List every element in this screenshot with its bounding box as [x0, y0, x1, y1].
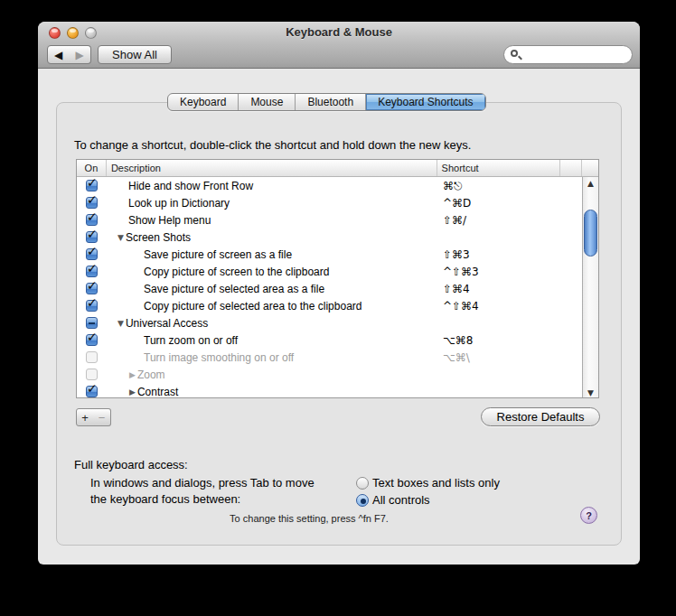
- row-checkbox[interactable]: ✓: [86, 283, 98, 294]
- radio-button[interactable]: [356, 494, 369, 507]
- shortcut-cell[interactable]: ⇧⌘/: [438, 214, 562, 227]
- full-keyboard-access-label: Full keyboard access:: [74, 458, 188, 471]
- table-header: On Description Shortcut: [77, 160, 598, 177]
- row-checkbox[interactable]: [86, 317, 98, 329]
- table-row[interactable]: ✓Save picture of selected area as a file…: [77, 280, 584, 297]
- checkmark-icon: ✓: [87, 381, 98, 396]
- tab-bar: KeyboardMouseBluetoothKeyboard Shortcuts: [167, 93, 486, 111]
- table-row[interactable]: ✓Look up in Dictionary^⌘D: [77, 194, 584, 211]
- row-label: Save picture of selected area as a file: [144, 283, 324, 295]
- row-label: Copy picture of screen to the clipboard: [144, 266, 329, 278]
- disclosure-triangle-icon[interactable]: ▼: [117, 233, 124, 242]
- row-checkbox[interactable]: [86, 369, 98, 380]
- title-bar: Keyboard & Mouse ◀ ▶ Show All: [38, 22, 640, 69]
- row-label: Copy picture of selected area to the cli…: [144, 300, 361, 313]
- on-cell: ✓: [77, 231, 107, 243]
- description-cell: ▶Contrast: [107, 386, 438, 398]
- disclosure-triangle-icon[interactable]: ▼: [117, 319, 124, 328]
- disclosure-triangle-icon[interactable]: ▶: [129, 387, 136, 397]
- row-label: Contrast: [137, 386, 178, 398]
- radio-option-all-controls[interactable]: All controls: [356, 493, 430, 507]
- scroll-up-arrow-icon[interactable]: ▲: [583, 179, 598, 188]
- description-cell: Copy picture of selected area to the cli…: [107, 300, 438, 313]
- row-checkbox[interactable]: ✓: [86, 231, 98, 243]
- back-button[interactable]: ◀: [47, 45, 70, 64]
- shortcut-cell[interactable]: ⇧⌘4: [438, 283, 562, 295]
- row-checkbox[interactable]: ✓: [86, 214, 98, 226]
- table-row[interactable]: ✓Save picture of screen as a file⇧⌘3: [77, 246, 584, 263]
- restore-defaults-button[interactable]: Restore Defaults: [481, 407, 600, 426]
- shortcut-cell[interactable]: ⇧⌘3: [438, 248, 562, 261]
- radio-option-text-boxes-and-lists-only[interactable]: Text boxes and lists only: [356, 476, 500, 490]
- table-row[interactable]: ✓Turn zoom on or off⌥⌘8: [77, 331, 584, 349]
- on-cell: [77, 369, 107, 380]
- on-cell: ✓: [77, 248, 107, 260]
- shortcut-cell[interactable]: ⌘⎋: [438, 180, 562, 192]
- column-header-scroll-cap: [582, 160, 598, 176]
- row-label: Save picture of screen as a file: [144, 248, 292, 261]
- table-row[interactable]: ▶Zoom: [77, 366, 584, 383]
- back-icon: ◀: [54, 49, 62, 61]
- description-cell: ▼Universal Access: [107, 317, 438, 330]
- description-cell: Turn image smoothing on or off: [107, 351, 438, 364]
- description-cell: Save picture of selected area as a file: [107, 283, 438, 295]
- row-label: Turn image smoothing on or off: [144, 351, 294, 364]
- row-label: Show Help menu: [128, 214, 211, 227]
- column-header-on[interactable]: On: [77, 160, 107, 176]
- description-cell: Look up in Dictionary: [107, 197, 438, 210]
- table-row[interactable]: ✓Show Help menu⇧⌘/: [77, 211, 584, 229]
- row-label: Zoom: [137, 369, 165, 381]
- disclosure-triangle-icon[interactable]: ▶: [129, 370, 136, 379]
- search-icon: [511, 50, 518, 57]
- checkmark-icon: ✓: [87, 244, 98, 258]
- row-checkbox[interactable]: ✓: [86, 197, 98, 209]
- on-cell: ✓: [77, 283, 107, 294]
- on-cell: ✓: [77, 386, 107, 397]
- shortcut-cell[interactable]: ⌥⌘8: [438, 334, 562, 347]
- checkmark-icon: ✓: [87, 295, 98, 310]
- scroll-down-arrow-icon[interactable]: ▼: [583, 388, 598, 397]
- row-checkbox[interactable]: [86, 351, 98, 363]
- shortcut-cell[interactable]: ⌥⌘\: [438, 351, 562, 364]
- radio-button[interactable]: [356, 477, 369, 490]
- checkmark-icon: ✓: [87, 330, 98, 344]
- remove-shortcut-button[interactable]: −: [93, 408, 111, 426]
- shortcut-cell[interactable]: ^⌘D: [438, 197, 562, 210]
- on-cell: [77, 351, 107, 363]
- on-cell: ✓: [77, 334, 107, 346]
- column-header-shortcut[interactable]: Shortcut: [437, 160, 561, 176]
- checkmark-icon: ✓: [87, 278, 98, 293]
- tab-keyboard-shortcuts[interactable]: Keyboard Shortcuts: [366, 94, 484, 110]
- row-label: Turn zoom on or off: [144, 334, 238, 347]
- setting-hint-text: To change this setting, press ^fn F7.: [128, 513, 490, 524]
- add-shortcut-button[interactable]: +: [76, 408, 94, 426]
- vertical-scrollbar[interactable]: ▲ ▼: [582, 177, 598, 398]
- description-cell: Show Help menu: [107, 214, 438, 227]
- row-checkbox[interactable]: ✓: [86, 266, 98, 277]
- column-header-description[interactable]: Description: [107, 160, 437, 176]
- tab-bluetooth[interactable]: Bluetooth: [296, 94, 366, 110]
- scrollbar-thumb[interactable]: [584, 210, 597, 257]
- table-row[interactable]: ✓▼Screen Shots: [77, 229, 584, 246]
- help-button[interactable]: ?: [580, 507, 597, 524]
- row-checkbox[interactable]: ✓: [86, 248, 98, 260]
- shortcut-cell[interactable]: ^⇧⌘4: [438, 300, 562, 313]
- row-checkbox[interactable]: ✓: [86, 180, 98, 191]
- table-row[interactable]: ▼Universal Access: [77, 314, 584, 331]
- search-input[interactable]: [524, 47, 625, 62]
- tab-mouse[interactable]: Mouse: [239, 94, 296, 110]
- instruction-text: To change a shortcut, double-click the s…: [74, 138, 471, 152]
- show-all-button[interactable]: Show All: [98, 45, 172, 64]
- table-row[interactable]: ✓Copy picture of screen to the clipboard…: [77, 263, 584, 280]
- row-checkbox[interactable]: ✓: [86, 334, 98, 346]
- table-row[interactable]: Turn image smoothing on or off⌥⌘\: [77, 349, 584, 366]
- search-field[interactable]: [503, 45, 633, 64]
- row-checkbox[interactable]: ✓: [86, 386, 98, 397]
- table-row[interactable]: ✓Hide and show Front Row⌘⎋: [77, 177, 584, 194]
- shortcut-cell[interactable]: ^⇧⌘3: [438, 266, 562, 278]
- forward-button[interactable]: ▶: [69, 45, 91, 64]
- tab-keyboard[interactable]: Keyboard: [168, 94, 239, 110]
- table-row[interactable]: ✓▶Contrast: [77, 383, 584, 398]
- table-row[interactable]: ✓Copy picture of selected area to the cl…: [77, 297, 584, 314]
- row-checkbox[interactable]: ✓: [86, 300, 98, 312]
